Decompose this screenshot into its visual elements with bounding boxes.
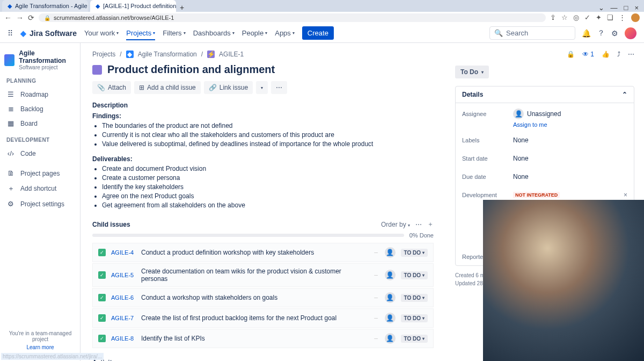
nav-people[interactable]: People▾ (242, 29, 267, 37)
tab-active[interactable]: ◆ [AGILE-1] Product definition and × (90, 0, 176, 12)
eye-icon[interactable]: ◎ (573, 13, 579, 22)
page-icon: 🗎 (6, 169, 15, 177)
share-icon[interactable]: ⇪ (550, 13, 556, 22)
nav-dashboards[interactable]: Dashboards▾ (193, 29, 235, 37)
sidebar-item-code[interactable]: ‹/›Code (4, 146, 76, 161)
sidebar-item-pages[interactable]: 🗎Project pages (4, 166, 76, 180)
create-button[interactable]: Create (302, 26, 334, 40)
add-child-button[interactable]: ⊞Add a child issue (134, 81, 201, 94)
priority-icon[interactable]: – (373, 272, 379, 278)
child-key[interactable]: AGILE-7 (111, 315, 136, 321)
tab-inactive[interactable]: ◆ Agile Transformation - Agile boa × (2, 0, 88, 12)
puzzle-icon[interactable]: ❏ (607, 13, 613, 22)
nav-apps[interactable]: Apps▾ (275, 29, 295, 37)
link-dropdown[interactable]: ▾ (256, 81, 268, 94)
child-summary[interactable]: Conduct a workshop with stakeholders on … (141, 294, 368, 301)
status-pill[interactable]: TO DO ▾ (401, 271, 428, 279)
status-pill[interactable]: TO DO ▾ (401, 249, 428, 257)
sidebar-item-board[interactable]: ▦Board (4, 116, 76, 131)
nav-your-work[interactable]: Your work▾ (84, 29, 119, 37)
star-icon[interactable]: ☆ (561, 13, 568, 22)
nav-filters[interactable]: Filters▾ (163, 29, 185, 37)
order-by-dropdown[interactable]: Order by ▾ (381, 221, 410, 228)
breadcrumb-issue[interactable]: AGILE-1 (219, 50, 244, 58)
child-issue-row[interactable]: ✓AGILE-5Create documentation on team wik… (92, 263, 434, 287)
minimize-icon[interactable]: — (611, 4, 618, 12)
priority-icon[interactable]: – (373, 315, 379, 321)
child-summary[interactable]: Conduct a product definition workshop wi… (141, 249, 368, 256)
sidebar-item-backlog[interactable]: ≣Backlog (4, 102, 76, 116)
menu-icon[interactable]: ⋮ (619, 13, 626, 22)
check-icon[interactable]: ✓ (584, 13, 590, 22)
child-summary[interactable]: Create documentation on team wikis for t… (141, 268, 368, 283)
notifications-icon[interactable]: 🔔 (582, 29, 591, 38)
project-header[interactable]: Agile Transformation Software project (4, 49, 76, 70)
app-switcher-icon[interactable]: ⠿ (8, 29, 13, 38)
chevron-down-icon[interactable]: ⌄ (598, 4, 604, 12)
child-summary[interactable]: Identify the list of KPIs (141, 335, 368, 342)
close-window-icon[interactable]: × (634, 4, 639, 12)
epic-color-icon[interactable] (92, 65, 102, 75)
link-issue-button[interactable]: 🔗Link issue (204, 81, 253, 94)
status-pill[interactable]: TO DO ▾ (401, 314, 428, 322)
attach-button[interactable]: 📎Attach (92, 81, 131, 94)
reload-icon[interactable]: ⟳ (28, 13, 34, 22)
settings-icon[interactable]: ⚙ (611, 29, 618, 38)
status-dropdown[interactable]: To Do▾ (455, 66, 489, 78)
extension-icon[interactable]: ✦ (596, 13, 602, 22)
share-icon[interactable]: ⤴ (617, 50, 620, 58)
assignee-icon[interactable]: 👤 (385, 292, 396, 303)
user-avatar[interactable] (625, 27, 636, 39)
child-issue-row[interactable]: ✓AGILE-7Create the list of first product… (92, 308, 434, 328)
more-icon[interactable]: ⋯ (628, 50, 634, 58)
sidebar-item-roadmap[interactable]: ☰Roadmap (4, 87, 76, 102)
child-key[interactable]: AGILE-8 (111, 335, 136, 342)
nav-projects[interactable]: Projects▾ (126, 29, 155, 40)
watch-button[interactable]: 👁1 (582, 50, 594, 58)
learn-more-link[interactable]: Learn more (5, 344, 75, 350)
priority-icon[interactable]: – (373, 335, 379, 342)
assignee-icon[interactable]: 👤 (385, 313, 396, 323)
findings-list[interactable]: The boundaries of the product are not de… (102, 122, 434, 148)
assign-to-me-link[interactable]: Assign to me (513, 121, 634, 128)
detail-start-date[interactable]: Start date None (456, 149, 634, 168)
child-key[interactable]: AGILE-5 (111, 272, 136, 278)
help-icon[interactable]: ？ (597, 28, 605, 38)
assignee-icon[interactable]: 👤 (385, 247, 396, 258)
close-icon[interactable]: × (624, 191, 627, 199)
sidebar-item-shortcut[interactable]: ＋Add shortcut (4, 180, 76, 197)
child-key[interactable]: AGILE-6 (111, 294, 136, 301)
more-icon[interactable]: ⋯ (415, 221, 422, 228)
priority-icon[interactable]: – (373, 294, 379, 301)
more-actions-button[interactable]: ⋯ (271, 81, 287, 94)
details-header[interactable]: Details ⌃ (456, 86, 634, 103)
like-icon[interactable]: 👍 (602, 50, 610, 58)
new-tab-button[interactable]: + (176, 3, 188, 12)
child-summary[interactable]: Create the list of first product backlog… (141, 314, 368, 322)
priority-icon[interactable]: – (373, 249, 379, 256)
breadcrumb-project[interactable]: Agile Transformation (138, 50, 197, 58)
assignee-icon[interactable]: 👤 (385, 333, 396, 344)
child-issue-row[interactable]: ✓AGILE-4Conduct a product definition wor… (92, 243, 434, 262)
breadcrumb-projects[interactable]: Projects (92, 50, 115, 58)
jira-logo[interactable]: ◆ Jira Software (20, 29, 77, 38)
child-issue-row[interactable]: ✓AGILE-8Identify the list of KPIs–👤TO DO… (92, 329, 434, 348)
forward-icon[interactable]: → (16, 13, 24, 22)
child-issue-row[interactable]: ✓AGILE-6Conduct a workshop with stakehol… (92, 288, 434, 307)
deliverables-list[interactable]: Create and document Product vision Creat… (102, 165, 434, 209)
assignee-icon[interactable]: 👤 (385, 270, 396, 280)
child-key[interactable]: AGILE-4 (111, 249, 136, 256)
status-pill[interactable]: TO DO ▾ (401, 335, 428, 343)
back-icon[interactable]: ← (4, 13, 12, 22)
detail-labels[interactable]: Labels None (456, 131, 634, 149)
profile-avatar-icon[interactable] (631, 13, 640, 22)
issue-title[interactable]: Product definition and alignment (107, 63, 275, 76)
add-child-icon[interactable]: ＋ (427, 220, 434, 229)
status-pill[interactable]: TO DO ▾ (401, 294, 428, 302)
sidebar-item-settings[interactable]: ⚙Project settings (4, 197, 76, 211)
url-bar[interactable]: 🔒 scrummastered.atlassian.net/browse/AGI… (39, 13, 546, 22)
lock-icon[interactable]: 🔒 (567, 50, 575, 58)
search-input[interactable]: 🔍 Search (489, 26, 575, 40)
maximize-icon[interactable]: □ (624, 4, 628, 12)
detail-due-date[interactable]: Due date None (456, 168, 634, 186)
